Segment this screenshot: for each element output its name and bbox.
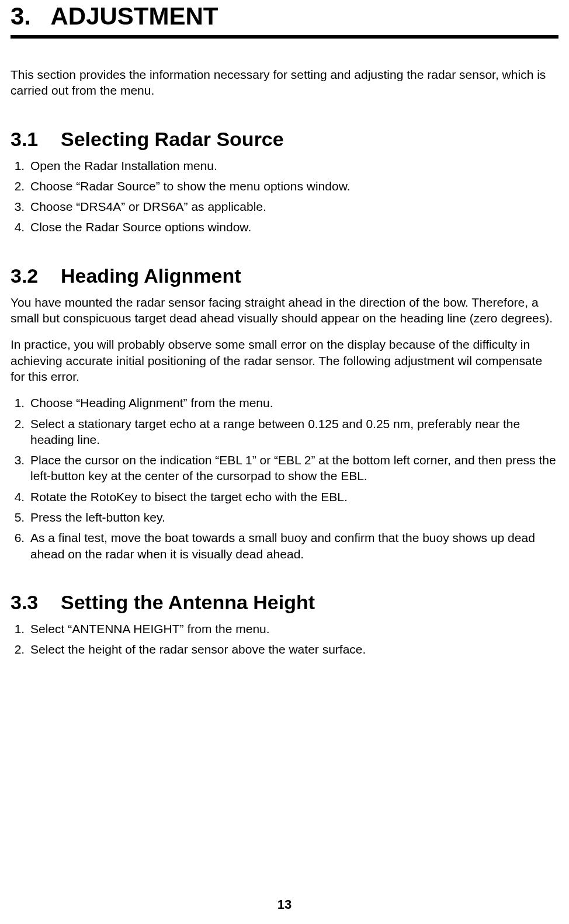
list-item: Place the cursor on the indication “EBL … [28, 452, 558, 484]
section-3-1-number: 3.1 [11, 128, 61, 151]
page: 3. ADJUSTMENT This section provides the … [0, 2, 569, 924]
chapter-rule [11, 35, 558, 39]
section-3-2-number: 3.2 [11, 265, 61, 287]
section-3-2-name: Heading Alignment [61, 265, 241, 287]
section-3-1-steps: Open the Radar Installation menu. Choose… [11, 158, 558, 235]
list-item: Choose “Radar Source” to show the menu o… [28, 178, 558, 194]
list-item: Select a stationary target echo at a ran… [28, 416, 558, 448]
list-item: Choose “DRS4A” or DRS6A” as applicable. [28, 199, 558, 214]
list-item: Select the height of the radar sensor ab… [28, 641, 558, 657]
section-3-3-title: 3.3Setting the Antenna Height [11, 591, 558, 614]
list-item: Rotate the RotoKey to bisect the target … [28, 489, 558, 505]
section-3-3-name: Setting the Antenna Height [61, 591, 315, 613]
chapter-name: ADJUSTMENT [50, 2, 218, 30]
list-item: As a final test, move the boat towards a… [28, 530, 558, 562]
page-number: 13 [0, 897, 569, 912]
section-3-2-steps: Choose “Heading Alignment” from the menu… [11, 395, 558, 562]
section-3-2-paragraph-1: You have mounted the radar sensor facing… [11, 294, 558, 326]
list-item: Open the Radar Installation menu. [28, 158, 558, 173]
list-item: Press the left-button key. [28, 509, 558, 525]
section-3-1-name: Selecting Radar Source [61, 128, 284, 150]
section-3-3-steps: Select “ANTENNA HEIGHT” from the menu. S… [11, 621, 558, 658]
section-3-2-paragraph-2: In practice, you will probably observe s… [11, 336, 558, 384]
list-item: Select “ANTENNA HEIGHT” from the menu. [28, 621, 558, 637]
list-item: Choose “Heading Alignment” from the menu… [28, 395, 558, 411]
section-3-2-title: 3.2Heading Alignment [11, 265, 558, 287]
chapter-title: 3. ADJUSTMENT [11, 2, 558, 30]
chapter-number: 3. [11, 2, 31, 30]
section-3-1-title: 3.1Selecting Radar Source [11, 128, 558, 151]
chapter-intro: This section provides the information ne… [11, 67, 558, 99]
section-3-3-number: 3.3 [11, 591, 61, 614]
list-item: Close the Radar Source options window. [28, 219, 558, 235]
